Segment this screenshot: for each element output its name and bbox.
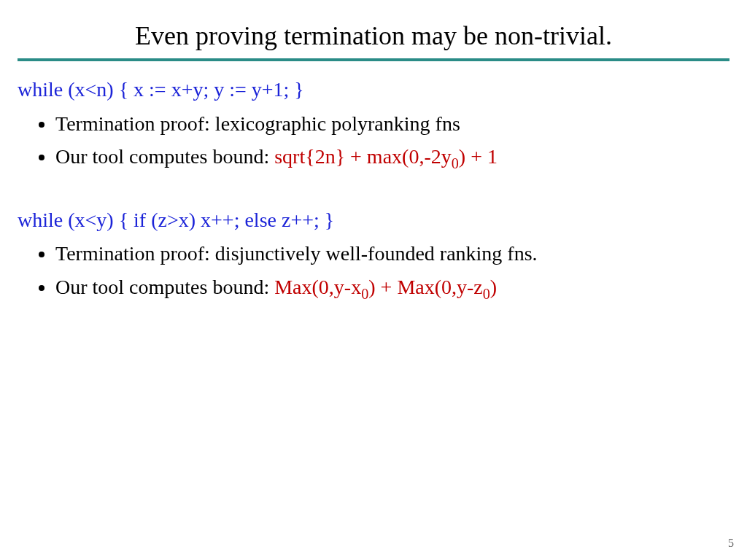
expr-part: sqrt{2n} + max(0,-2y bbox=[274, 145, 452, 168]
code-block-2: while (x<y) { if (z>x) x++; else z++; } bbox=[18, 206, 729, 234]
expr-part: ) bbox=[490, 276, 497, 298]
subscript: 0 bbox=[452, 155, 459, 171]
expr-part: ) + 1 bbox=[459, 145, 498, 168]
bound-expression: Max(0,y-x0) + Max(0,y-z0) bbox=[274, 276, 497, 298]
expr-part: ) + Max(0,y-z bbox=[368, 276, 483, 298]
list-item: Termination proof: disjunctively well-fo… bbox=[55, 238, 729, 269]
bullet-list-2: Termination proof: disjunctively well-fo… bbox=[18, 238, 729, 303]
bullet-list-1: Termination proof: lexicographic polyran… bbox=[18, 108, 729, 173]
bound-expression: sqrt{2n} + max(0,-2y0) + 1 bbox=[274, 145, 498, 168]
page-number: 5 bbox=[728, 537, 734, 550]
slide-title: Even proving termination may be non-triv… bbox=[18, 20, 729, 51]
subscript: 0 bbox=[361, 285, 368, 301]
bullet-prefix: Our tool computes bound: bbox=[55, 145, 274, 168]
list-item: Termination proof: lexicographic polyran… bbox=[55, 108, 729, 139]
subscript: 0 bbox=[483, 285, 490, 301]
slide: Even proving termination may be non-triv… bbox=[0, 0, 747, 560]
code-block-1: while (x<n) { x := x+y; y := y+1; } bbox=[18, 76, 729, 104]
list-item: Our tool computes bound: sqrt{2n} + max(… bbox=[55, 141, 729, 172]
title-rule bbox=[18, 58, 729, 61]
bullet-prefix: Our tool computes bound: bbox=[55, 276, 274, 298]
list-item: Our tool computes bound: Max(0,y-x0) + M… bbox=[55, 271, 729, 303]
expr-part: Max(0,y-x bbox=[274, 276, 361, 298]
